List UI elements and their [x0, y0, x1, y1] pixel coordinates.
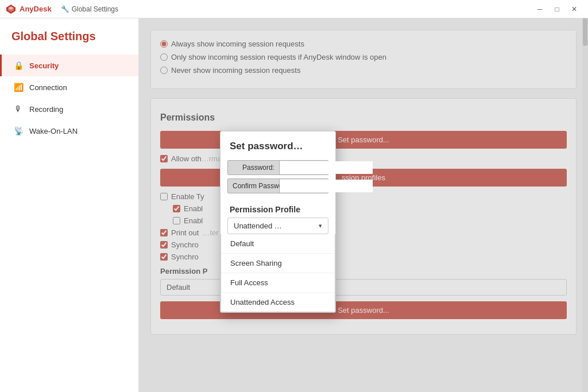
- dropdown-option-default[interactable]: Default: [221, 234, 335, 254]
- modal-title: Set password…: [220, 131, 335, 158]
- sidebar-item-connection[interactable]: 📶 Connection: [0, 76, 138, 98]
- sidebar-heading: Global Settings: [0, 24, 138, 55]
- sidebar-label-connection: Connection: [29, 83, 67, 92]
- permission-profile-dropdown-button[interactable]: Unattended … ▾: [227, 218, 328, 234]
- password-row: Password:: [227, 160, 328, 175]
- password-label: Password:: [228, 161, 280, 174]
- chevron-down-icon: ▾: [319, 222, 322, 230]
- app-logo: AnyDesk: [6, 4, 52, 14]
- confirm-password-input[interactable]: [280, 180, 373, 192]
- lock-icon: 🔒: [13, 60, 24, 71]
- sidebar: Global Settings 🔒 Security 📶 Connection …: [0, 18, 139, 392]
- minimize-button[interactable]: ─: [532, 1, 548, 17]
- sidebar-label-recording: Recording: [29, 105, 63, 114]
- sidebar-item-security[interactable]: 🔒 Security: [0, 55, 138, 76]
- dropdown-option-screen-sharing[interactable]: Screen Sharing: [221, 254, 335, 273]
- password-field-row: Password: Confirm Password:: [220, 158, 335, 199]
- sidebar-label-wake-on-lan: Wake-On-LAN: [29, 127, 78, 135]
- sidebar-item-wake-on-lan[interactable]: 📡 Wake-On-LAN: [0, 120, 138, 142]
- set-password-modal: Set password… Password: Confirm Password…: [220, 131, 336, 313]
- maximize-button[interactable]: □: [549, 1, 565, 17]
- permission-profile-modal-title: Permission Profile: [220, 199, 335, 218]
- confirm-password-row: Confirm Password:: [227, 178, 328, 193]
- sidebar-item-recording[interactable]: 🎙 Recording: [0, 98, 138, 120]
- close-button[interactable]: ✕: [566, 1, 582, 17]
- sidebar-label-security: Security: [29, 61, 59, 70]
- title-bar: AnyDesk 🔧 Global Settings ─ □ ✕: [0, 0, 588, 18]
- modal-overlay: [139, 18, 588, 392]
- settings-icon: 🔧: [61, 5, 69, 13]
- dropdown-selected-value: Unattended …: [234, 222, 282, 230]
- dropdown-option-full-access[interactable]: Full Access: [221, 273, 335, 293]
- connection-icon: 📶: [13, 82, 24, 92]
- wake-on-lan-icon: 📡: [13, 126, 24, 136]
- confirm-password-label: Confirm Password:: [228, 179, 280, 193]
- window-controls: ─ □ ✕: [532, 1, 582, 17]
- window-title: Global Settings: [72, 5, 118, 13]
- recording-icon: 🎙: [13, 104, 24, 114]
- main-content: Always show incoming session requests On…: [139, 18, 588, 392]
- dropdown-menu: Default Screen Sharing Full Access Unatt…: [220, 234, 335, 312]
- app-name-label: AnyDesk: [20, 5, 52, 13]
- anydesk-logo-icon: [6, 4, 16, 14]
- dropdown-option-unattended-access[interactable]: Unattended Access: [221, 293, 335, 312]
- password-input[interactable]: [280, 161, 373, 174]
